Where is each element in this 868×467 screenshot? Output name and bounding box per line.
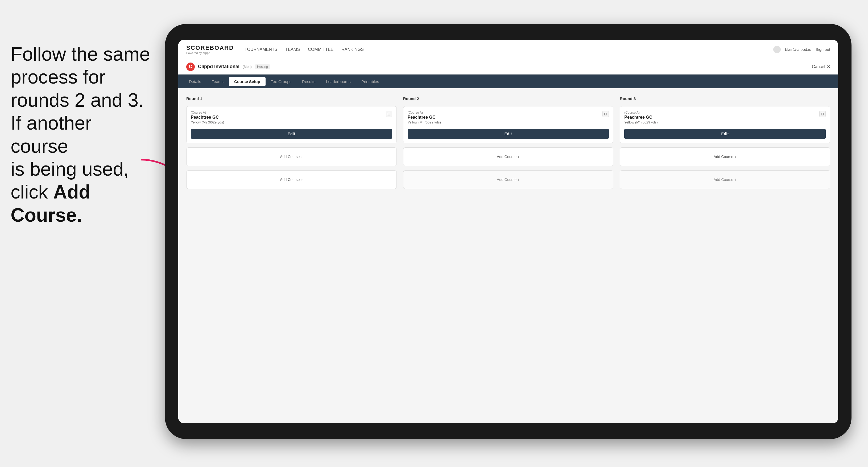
add-course-label-r2-2: Add Course + [497,178,520,182]
logo-subtitle: Powered by clippd [186,51,234,55]
add-course-label-r3-2: Add Course + [714,178,737,182]
tournament-badge: (Men) [243,65,252,69]
tab-course-setup[interactable]: Course Setup [229,77,266,86]
course-info-r2: (Course A) Peachtree GC Yellow (M) (6629… [408,111,441,124]
add-course-card-r2-1[interactable]: Add Course + [403,148,614,166]
course-name-r2: Peachtree GC [408,115,441,120]
sign-out-link[interactable]: Sign out [815,47,830,52]
nav-right: blair@clippd.io Sign out [773,46,830,53]
round-3-column: Round 3 (Course A) Peachtree GC Yellow (… [620,96,830,189]
tab-bar: Details Teams Course Setup Tee Groups Re… [178,74,838,88]
user-avatar [773,46,781,53]
edit-course-button-r2[interactable]: Edit [408,129,609,138]
course-name: Peachtree GC [191,115,224,120]
instruction-text: Follow the same process for rounds 2 and… [0,42,165,226]
add-course-label-r2-1: Add Course + [497,155,520,159]
course-info: (Course A) Peachtree GC Yellow (M) (6629… [191,111,224,124]
add-course-label-2: Add Course + [280,178,303,182]
course-label: (Course A) [191,111,224,115]
tab-teams[interactable]: Teams [207,77,229,86]
round-1-column: Round 1 (Course A) Peachtree GC Yellow (… [186,96,397,189]
nav-committee[interactable]: COMMITTEE [308,46,333,53]
nav-teams[interactable]: TEAMS [285,46,300,53]
course-details-r3: Yellow (M) (6629 yds) [624,120,657,124]
add-course-card-2[interactable]: Add Course + [186,170,397,189]
hosting-badge: Hosting [255,64,270,69]
remove-course-button-r2[interactable]: ⊟ [602,111,609,117]
scoreboard-logo: SCOREBOARD Powered by clippd [186,44,234,55]
course-details-r2: Yellow (M) (6629 yds) [408,120,441,124]
tab-leaderboards[interactable]: Leaderboards [321,77,356,86]
nav-tournaments[interactable]: TOURNAMENTS [245,46,277,53]
user-email: blair@clippd.io [785,47,811,52]
top-nav: SCOREBOARD Powered by clippd TOURNAMENTS… [178,40,838,59]
sub-header: C Clippd Invitational (Men) Hosting Canc… [178,59,838,74]
add-course-label: Add Course + [280,155,303,159]
tab-details[interactable]: Details [184,77,207,86]
tournament-name: Clippd Invitational [198,64,240,69]
course-label-r2: (Course A) [408,111,441,115]
clippd-icon: C [186,63,195,71]
course-card-header-r2: (Course A) Peachtree GC Yellow (M) (6629… [408,111,609,124]
course-name-r3: Peachtree GC [624,115,657,120]
cancel-icon: ✕ [827,64,830,69]
sub-header-left: C Clippd Invitational (Men) Hosting [186,63,270,71]
round-2-column: Round 2 (Course A) Peachtree GC Yellow (… [403,96,614,189]
add-course-card-r3-1[interactable]: Add Course + [620,148,830,166]
tablet-screen: SCOREBOARD Powered by clippd TOURNAMENTS… [178,40,838,423]
main-content: Round 1 (Course A) Peachtree GC Yellow (… [178,88,838,423]
tab-results[interactable]: Results [297,77,321,86]
course-label-r3: (Course A) [624,111,657,115]
add-course-card-1[interactable]: Add Course + [186,148,397,166]
rounds-grid: Round 1 (Course A) Peachtree GC Yellow (… [186,96,830,189]
tab-tee-groups[interactable]: Tee Groups [266,77,297,86]
add-course-card-r3-2: Add Course + [620,170,830,189]
course-details: Yellow (M) (6629 yds) [191,120,224,124]
round-1-label: Round 1 [186,96,397,101]
course-card-header: (Course A) Peachtree GC Yellow (M) (6629… [191,111,392,124]
round-2-label: Round 2 [403,96,614,101]
tab-printables[interactable]: Printables [356,77,384,86]
round-3-label: Round 3 [620,96,830,101]
round-2-course-card: (Course A) Peachtree GC Yellow (M) (6629… [403,106,614,143]
edit-course-button-r3[interactable]: Edit [624,129,826,138]
add-course-card-r2-2: Add Course + [403,170,614,189]
add-course-label-r3-1: Add Course + [714,155,737,159]
course-info-r3: (Course A) Peachtree GC Yellow (M) (6629… [624,111,657,124]
nav-links: TOURNAMENTS TEAMS COMMITTEE RANKINGS [245,46,773,53]
tablet-frame: SCOREBOARD Powered by clippd TOURNAMENTS… [165,24,851,439]
nav-rankings[interactable]: RANKINGS [341,46,364,53]
cancel-button[interactable]: Cancel ✕ [812,64,830,69]
round-3-course-card: (Course A) Peachtree GC Yellow (M) (6629… [620,106,830,143]
remove-course-button-r3[interactable]: ⊟ [819,111,826,117]
remove-course-button[interactable]: ⊟ [386,111,392,117]
course-card-header-r3: (Course A) Peachtree GC Yellow (M) (6629… [624,111,826,124]
logo-title: SCOREBOARD [186,44,234,51]
edit-course-button[interactable]: Edit [191,129,392,138]
round-1-course-card: (Course A) Peachtree GC Yellow (M) (6629… [186,106,397,143]
